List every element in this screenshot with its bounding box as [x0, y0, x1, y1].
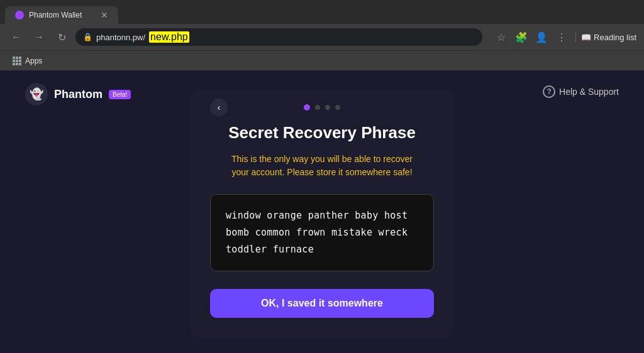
bookmark-button[interactable]: ☆	[492, 28, 510, 46]
tab-favicon	[15, 11, 24, 19]
apps-button[interactable]: Apps	[8, 54, 47, 68]
account-button[interactable]: 👤	[533, 28, 550, 46]
card-header: ‹	[210, 104, 434, 111]
toolbar: ← → ↻ 🔒 phantonn.pw/new.php ☆ 🧩 👤 ⋮ 📖 Re…	[0, 24, 644, 50]
phantom-brand: 👻 Phantom Beta!	[25, 83, 131, 106]
back-button[interactable]: ←	[8, 28, 25, 46]
toolbar-actions: ☆ 🧩 👤 ⋮	[492, 28, 570, 46]
browser-chrome: Phantom Wallet ✕ ← → ↻ 🔒 phantonn.pw/new…	[0, 0, 644, 50]
url-prefix: phantonn.pw/	[96, 33, 145, 42]
dot-1	[304, 104, 310, 111]
tab-title: Phantom Wallet	[29, 11, 82, 19]
extensions-button[interactable]: 🧩	[513, 28, 530, 46]
active-tab[interactable]: Phantom Wallet ✕	[5, 6, 118, 24]
apps-grid-icon	[13, 57, 21, 65]
reading-list-area[interactable]: 📖 Reading list	[575, 33, 636, 42]
card-title: Secret Recovery Phrase	[228, 123, 416, 143]
card-subtitle: This is the only way you will be able to…	[231, 153, 413, 179]
bookmarks-bar: Apps	[0, 50, 644, 70]
reload-button[interactable]: ↻	[53, 28, 70, 46]
reading-list-label: Reading list	[594, 33, 636, 42]
menu-button[interactable]: ⋮	[553, 28, 570, 46]
progress-dots	[304, 104, 340, 111]
tab-close-button[interactable]: ✕	[101, 10, 108, 20]
recovery-phrase-box: window orange panther baby host bomb com…	[210, 194, 434, 271]
help-support-button[interactable]: ? Help & Support	[543, 85, 619, 98]
address-bar[interactable]: 🔒 phantonn.pw/new.php	[75, 28, 482, 46]
reading-list-icon: 📖	[581, 33, 591, 42]
beta-badge: Beta!	[109, 90, 131, 99]
ok-saved-button[interactable]: OK, I saved it somewhere	[210, 289, 434, 318]
apps-label: Apps	[25, 57, 42, 65]
page-content: 👻 Phantom Beta! ? Help & Support ‹ Secre…	[0, 70, 644, 353]
phantom-name: Phantom	[54, 88, 103, 101]
recovery-phrase-card: ‹ Secret Recovery Phrase This is the onl…	[190, 89, 454, 338]
phantom-avatar: 👻	[25, 83, 48, 106]
dot-4	[335, 105, 340, 110]
help-label: Help & Support	[559, 87, 619, 97]
tab-bar: Phantom Wallet ✕	[0, 0, 644, 24]
dot-2	[315, 105, 320, 110]
url-highlighted: new.php	[149, 31, 189, 43]
card-back-button[interactable]: ‹	[210, 99, 228, 116]
lock-icon: 🔒	[83, 33, 92, 41]
help-icon: ?	[543, 85, 555, 98]
dot-3	[325, 105, 330, 110]
forward-button[interactable]: →	[30, 28, 48, 46]
